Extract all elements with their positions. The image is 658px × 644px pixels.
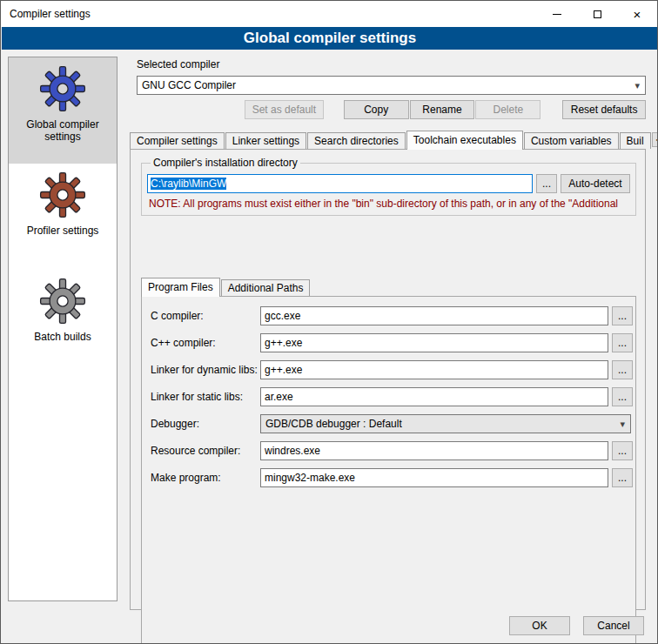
installation-note: NOTE: All programs must exist either in … <box>149 198 628 210</box>
toolchain-executables-panel: Compiler's installation directory C:\ray… <box>130 149 646 610</box>
program-files-panel: C compiler: ... C++ compiler: ... Linker… <box>141 296 636 644</box>
tab-scroll-left-icon[interactable]: ◀ <box>652 132 658 147</box>
chevron-down-icon: ▾ <box>620 415 625 433</box>
debugger-label: Debugger: <box>151 418 260 430</box>
minimize-button[interactable] <box>537 1 577 27</box>
installation-directory-group: Compiler's installation directory C:\ray… <box>141 157 636 216</box>
gear-brown-icon <box>38 171 87 219</box>
installation-directory-browse-button[interactable]: ... <box>536 174 557 193</box>
copy-button[interactable]: Copy <box>344 100 409 119</box>
debugger-value: GDB/CDB debugger : Default <box>265 418 402 430</box>
field-row-cpp-compiler: C++ compiler: ... <box>151 333 633 352</box>
window-title: Compiler settings <box>10 8 91 20</box>
main-content: Selected compiler GNU GCC Compiler ▾ Set… <box>128 55 652 612</box>
tab-scrollers: ◀ ▶ <box>652 132 658 147</box>
resource-compiler-label: Resource compiler: <box>151 445 260 457</box>
dynamic-linker-input[interactable] <box>260 360 608 379</box>
window-controls: × <box>537 1 657 27</box>
close-button[interactable]: × <box>617 1 657 27</box>
field-row-debugger: Debugger: GDB/CDB debugger : Default ▾ <box>151 414 633 433</box>
gear-blue-icon <box>38 64 87 113</box>
make-program-label: Make program: <box>151 472 260 484</box>
field-row-static-linker: Linker for static libs: ... <box>151 387 633 406</box>
minimize-icon <box>553 14 561 15</box>
tab-search-directories[interactable]: Search directories <box>307 132 406 149</box>
subtab-program-files[interactable]: Program Files <box>141 278 220 297</box>
program-files-tab-bar: Program Files Additional Paths <box>141 278 636 296</box>
resource-compiler-input[interactable] <box>260 441 608 460</box>
ok-button[interactable]: OK <box>509 616 570 635</box>
selected-compiler-value: GNU GCC Compiler <box>142 79 236 91</box>
settings-tab-bar: Compiler settings Linker settings Search… <box>130 131 648 149</box>
tab-build-options-truncated[interactable]: Buil <box>620 132 651 149</box>
c-compiler-browse-button[interactable]: ... <box>612 306 633 325</box>
compiler-actions: Set as default Copy Rename Delete Reset … <box>137 100 646 119</box>
field-row-make-program: Make program: ... <box>151 468 633 487</box>
installation-directory-row: C:\raylib\MinGW ... Auto-detect <box>147 174 630 193</box>
settings-category-list: Global compiler settings Profiler settin… <box>8 57 118 601</box>
reset-defaults-button[interactable]: Reset defaults <box>562 100 646 119</box>
sidebar-item-profiler-settings[interactable]: Profiler settings <box>9 164 117 270</box>
maximize-button[interactable] <box>577 1 617 27</box>
compiler-settings-dialog: Compiler settings × Global compiler sett… <box>0 0 658 644</box>
close-icon: × <box>634 8 641 21</box>
selected-compiler-label: Selected compiler <box>137 58 219 70</box>
dialog-header-title: Global compiler settings <box>2 27 658 50</box>
maximize-icon <box>594 10 601 18</box>
resource-compiler-browse-button[interactable]: ... <box>612 441 633 460</box>
dynamic-linker-browse-button[interactable]: ... <box>612 360 633 379</box>
c-compiler-input[interactable] <box>260 306 608 325</box>
static-linker-label: Linker for static libs: <box>151 391 260 403</box>
tab-linker-settings[interactable]: Linker settings <box>225 132 306 149</box>
field-row-dynamic-linker: Linker for dynamic libs: ... <box>151 360 633 379</box>
set-as-default-button[interactable]: Set as default <box>245 100 324 119</box>
tab-toolchain-executables[interactable]: Toolchain executables <box>406 131 523 150</box>
chevron-down-icon: ▾ <box>634 77 640 94</box>
sidebar-item-global-compiler-settings[interactable]: Global compiler settings <box>9 57 117 164</box>
delete-button[interactable]: Delete <box>475 100 540 119</box>
selected-compiler-dropdown[interactable]: GNU GCC Compiler ▾ <box>137 76 646 95</box>
gear-gray-icon <box>38 277 87 325</box>
sidebar-item-batch-builds[interactable]: Batch builds <box>9 270 117 376</box>
cpp-compiler-label: C++ compiler: <box>151 337 260 349</box>
auto-detect-button[interactable]: Auto-detect <box>561 174 630 193</box>
make-program-browse-button[interactable]: ... <box>612 468 633 487</box>
sidebar-item-label: Profiler settings <box>10 225 115 237</box>
static-linker-browse-button[interactable]: ... <box>612 387 633 406</box>
tab-compiler-settings[interactable]: Compiler settings <box>130 132 225 149</box>
installation-directory-label: Compiler's installation directory <box>151 157 300 169</box>
c-compiler-label: C compiler: <box>151 310 260 322</box>
field-row-resource-compiler: Resource compiler: ... <box>151 441 633 460</box>
installation-directory-input[interactable]: C:\raylib\MinGW <box>147 174 533 193</box>
sidebar-item-label: Batch builds <box>10 331 115 343</box>
rename-button[interactable]: Rename <box>410 100 475 119</box>
selected-path-text: C:\raylib\MinGW <box>151 178 226 190</box>
make-program-input[interactable] <box>260 468 608 487</box>
titlebar: Compiler settings × <box>1 1 657 27</box>
sidebar-item-label: Global compiler settings <box>10 118 115 143</box>
field-row-c-compiler: C compiler: ... <box>151 306 633 325</box>
cpp-compiler-input[interactable] <box>260 333 608 352</box>
tab-custom-variables[interactable]: Custom variables <box>524 132 619 149</box>
debugger-dropdown[interactable]: GDB/CDB debugger : Default ▾ <box>260 414 631 433</box>
dynamic-linker-label: Linker for dynamic libs: <box>151 364 260 376</box>
cancel-button[interactable]: Cancel <box>583 616 644 635</box>
subtab-additional-paths[interactable]: Additional Paths <box>221 279 311 296</box>
static-linker-input[interactable] <box>260 387 608 406</box>
cpp-compiler-browse-button[interactable]: ... <box>612 333 633 352</box>
